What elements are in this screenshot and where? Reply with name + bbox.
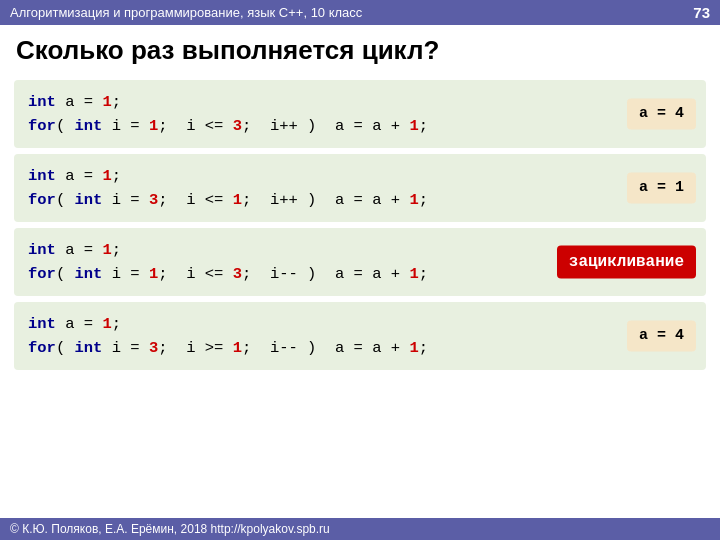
code-line-1-1: int a = 1; [28, 90, 692, 114]
code-block-1: int a = 1; for( int i = 1; i <= 3; i++ )… [14, 80, 706, 148]
code-line-2-2: for( int i = 3; i <= 1; i++ ) a = a + 1; [28, 188, 692, 212]
badge-1: a = 4 [627, 98, 696, 129]
footer: © К.Ю. Поляков, Е.А. Ерёмин, 2018 http:/… [0, 518, 720, 540]
header-title: Алгоритмизация и программирование, язык … [10, 5, 362, 20]
header-bar: Алгоритмизация и программирование, язык … [0, 0, 720, 25]
badge-2: a = 1 [627, 172, 696, 203]
code-block-4: int a = 1; for( int i = 3; i >= 1; i-- )… [14, 302, 706, 370]
badge-4: a = 4 [627, 320, 696, 351]
code-line-4-1: int a = 1; [28, 312, 692, 336]
page-number: 73 [693, 4, 710, 21]
page-title: Сколько раз выполняется цикл? [0, 25, 720, 74]
code-line-2-1: int a = 1; [28, 164, 692, 188]
code-line-4-2: for( int i = 3; i >= 1; i-- ) a = a + 1; [28, 336, 692, 360]
footer-text: © К.Ю. Поляков, Е.А. Ерёмин, 2018 http:/… [10, 522, 330, 536]
code-block-2: int a = 1; for( int i = 3; i <= 1; i++ )… [14, 154, 706, 222]
code-line-1-2: for( int i = 1; i <= 3; i++ ) a = a + 1; [28, 114, 692, 138]
code-block-3: int a = 1; for( int i = 1; i <= 3; i-- )… [14, 228, 706, 296]
badge-3: зацикливание [557, 246, 696, 279]
